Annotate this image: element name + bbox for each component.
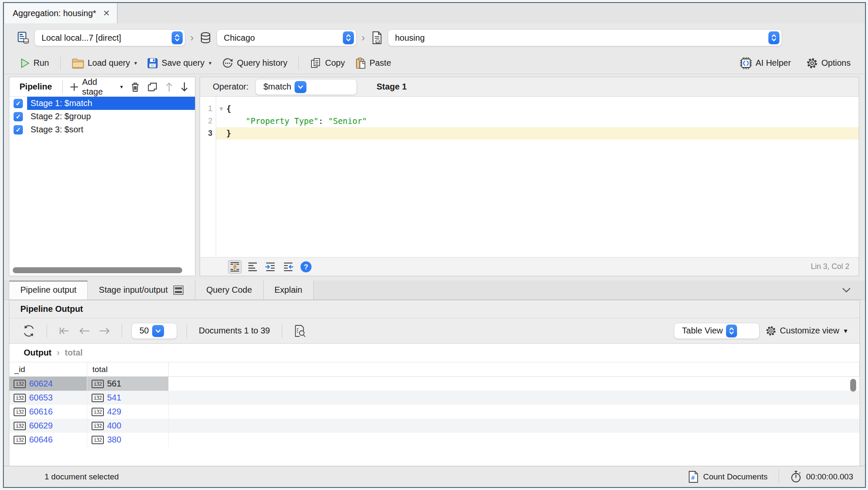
int32-type-icon: i32 [14,408,26,416]
vertical-scrollbar[interactable] [850,379,856,392]
move-stage-down-icon[interactable] [178,81,191,93]
connection-bar: Local local...7 [direct] › Chicago › hou… [4,23,865,52]
checkbox-checked-icon[interactable]: ✓ [14,99,23,108]
save-query-button[interactable]: Save query ▾ [144,56,215,70]
cell-id[interactable]: 60624 [29,379,53,389]
duplicate-stage-icon[interactable] [145,81,160,93]
column-header-total[interactable]: total [87,362,169,376]
divider [779,470,779,484]
query-history-button[interactable]: Query history [218,56,291,71]
count-documents-button[interactable]: # Count Documents [688,470,768,483]
divider [47,324,47,338]
connection-select[interactable]: Local local...7 [direct] [34,29,185,46]
run-button[interactable]: Run [16,56,53,70]
column-header-id[interactable]: _id [9,362,87,376]
cell-id[interactable]: 60646 [29,435,53,445]
cell-id[interactable]: 60616 [29,407,53,417]
run-label: Run [33,58,49,68]
line-number: 3 [200,127,216,140]
stepper-icon[interactable] [726,325,737,337]
count-documents-label: Count Documents [703,472,768,482]
database-value: Chicago [224,33,339,43]
tab-label: Stage input/output [99,285,167,295]
help-icon[interactable]: ? [299,260,313,274]
refresh-icon[interactable] [20,324,37,338]
collection-select[interactable]: housing [388,29,782,46]
page-size-select[interactable]: 50 [131,323,177,339]
tab-label: Explain [275,285,303,295]
cell-total[interactable]: 561 [107,379,121,389]
load-query-button[interactable]: Load query ▾ [68,56,141,70]
align-text-icon[interactable] [246,260,259,274]
code-line-1[interactable]: ▼{ [216,103,859,115]
stage-item-3[interactable]: ✓ Stage 3: $sort [9,123,195,136]
cursor-position: Lin 3, Col 2 [811,262,849,271]
cell-total[interactable]: 541 [107,393,121,403]
main-area: Pipeline Add stage ▾ ✓ Stage 1: $match [4,74,865,280]
json-value: "Senior" [328,115,367,127]
page-size-value: 50 [139,326,149,336]
database-select[interactable]: Chicago [217,29,356,46]
stepper-icon[interactable] [172,31,183,44]
customize-view-button[interactable]: Customize view ▼ [765,325,849,336]
cell-id[interactable]: 60629 [29,421,53,431]
collapse-panel-icon[interactable] [834,283,859,297]
collection-icon [370,31,384,45]
breadcrumb-root[interactable]: Output [24,348,52,358]
breadcrumb-field[interactable]: total [65,348,83,358]
move-stage-up-icon[interactable] [163,81,175,93]
folder-icon [72,58,84,69]
previous-page-icon[interactable] [77,326,92,336]
stage-label: Stage 1: $match [31,98,92,108]
cell-id[interactable]: 60653 [29,393,53,403]
operator-select[interactable]: $match [255,79,357,95]
tab-aggregation-housing[interactable]: Aggregation: housing* ✕ [4,3,117,23]
options-button[interactable]: Options [803,56,854,71]
code-line-2[interactable]: "Property Type": "Senior" [216,115,859,127]
copy-button[interactable]: Copy [306,56,348,71]
divider [186,324,187,338]
horizontal-scrollbar[interactable] [13,267,182,273]
tab-pipeline-output[interactable]: Pipeline output [9,280,88,300]
query-toolbar: Run Load query ▾ Save query ▾ Query hist… [4,52,865,74]
table-row[interactable]: i3260653 i32541 [9,391,860,405]
table-row-selected[interactable]: i3260624 i32561 [9,377,860,391]
table-row[interactable]: i3260646 i32380 [9,433,860,447]
chevron-down-icon[interactable] [295,81,306,93]
checkbox-checked-icon[interactable]: ✓ [14,112,23,121]
table-header: _id total [9,362,860,377]
code-editor[interactable]: 1 2 3 ▼{ "Property Type": "Senior" } [200,97,859,257]
cell-total[interactable]: 380 [107,435,121,445]
checkbox-checked-icon[interactable]: ✓ [14,125,23,134]
code-token: } [226,127,231,140]
next-page-icon[interactable] [97,326,112,336]
find-in-results-icon[interactable] [292,324,308,338]
app-window: Aggregation: housing* ✕ Local local...7 … [3,2,866,488]
tab-stage-input-output[interactable]: Stage input/output [88,280,195,300]
add-stage-button[interactable]: Add stage ▾ [67,77,125,97]
indent-left-icon[interactable] [281,260,295,274]
format-document-icon[interactable] [228,260,242,274]
stage-item-2[interactable]: ✓ Stage 2: $group [9,110,195,123]
close-tab-icon[interactable]: ✕ [103,8,110,18]
paste-button[interactable]: Paste [352,56,395,71]
cell-total[interactable]: 400 [107,421,121,431]
view-mode-select[interactable]: Table View [674,323,760,339]
breadcrumb-chevron: › [361,32,366,44]
ai-helper-button[interactable]: AI Helper [736,55,794,71]
delete-stage-icon[interactable] [128,81,142,93]
tab-explain[interactable]: Explain [264,280,314,300]
table-row[interactable]: i3260629 i32400 [9,419,860,433]
stage-item-1[interactable]: ✓ Stage 1: $match [9,97,195,110]
table-row[interactable]: i3260616 i32429 [9,405,860,419]
indent-right-icon[interactable] [264,260,277,274]
fold-arrow-icon[interactable]: ▼ [216,103,226,115]
code-line-3-current[interactable]: } [216,127,859,140]
stepper-icon[interactable] [768,31,779,44]
first-page-icon[interactable] [56,326,72,336]
cell-total[interactable]: 429 [107,407,121,417]
tab-label: Pipeline output [20,285,76,295]
stepper-icon[interactable] [343,31,354,44]
tab-query-code[interactable]: Query Code [195,280,264,300]
chevron-down-icon[interactable] [152,325,164,337]
